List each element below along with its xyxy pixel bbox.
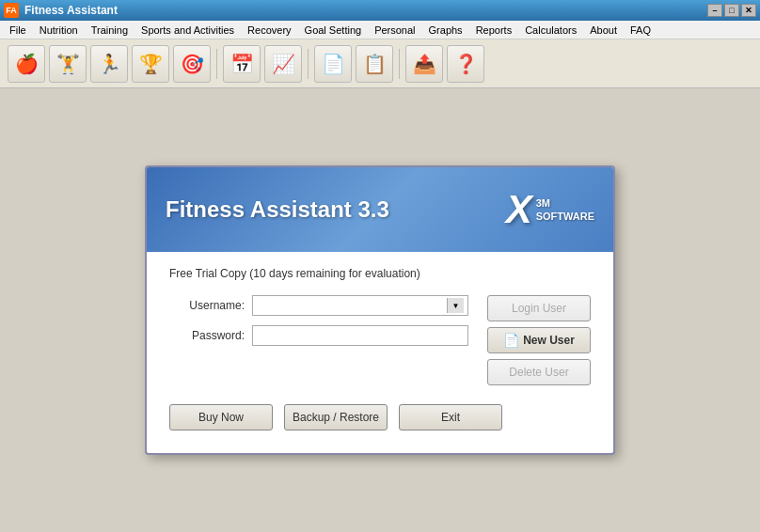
- logo-text: 3M SOFTWARE: [536, 196, 594, 224]
- delete-user-button[interactable]: Delete User: [487, 359, 591, 385]
- main-content: Fitness Assistant 3.3 X 3M SOFTWARE Free…: [0, 88, 760, 532]
- menu-item-reports[interactable]: Reports: [470, 23, 518, 38]
- menu-item-file[interactable]: File: [4, 23, 32, 38]
- toolbar: 🍎 🏋 🏃 🏆 🎯 📅 📈 📄 📋 📤 ❓: [0, 39, 760, 88]
- menu-item-recovery[interactable]: Recovery: [242, 23, 296, 38]
- new-user-icon: 📄: [503, 333, 519, 348]
- maximize-button[interactable]: □: [724, 4, 739, 17]
- action-buttons: Login User 📄 New User Delete User: [487, 295, 591, 385]
- window-title: Fitness Assistant: [24, 4, 707, 17]
- export-toolbar-btn[interactable]: 📤: [405, 45, 443, 83]
- dialog-title: Fitness Assistant 3.3: [166, 196, 389, 223]
- workout-toolbar-btn[interactable]: 🏋: [49, 45, 87, 83]
- activities-toolbar-btn[interactable]: 🏃: [90, 45, 128, 83]
- password-row: Password:: [169, 325, 468, 346]
- calendar-toolbar-btn[interactable]: 📅: [223, 45, 261, 83]
- menu-bar: FileNutritionTrainingSports and Activiti…: [0, 21, 760, 39]
- menu-item-about[interactable]: About: [584, 23, 623, 38]
- new-user-button[interactable]: 📄 New User: [487, 327, 591, 353]
- toolbar-separator-2: [308, 49, 309, 79]
- graph-toolbar-btn[interactable]: 📈: [264, 45, 302, 83]
- menu-item-calculators[interactable]: Calculators: [519, 23, 582, 38]
- combo-arrow[interactable]: ▼: [447, 298, 464, 313]
- username-row: Username: ▼: [169, 295, 468, 316]
- buy-now-button[interactable]: Buy Now: [169, 404, 273, 430]
- minimize-button[interactable]: –: [707, 4, 722, 17]
- menu-item-nutrition[interactable]: Nutrition: [34, 23, 84, 38]
- logo-line2: SOFTWARE: [536, 210, 594, 223]
- report-toolbar-btn[interactable]: 📄: [314, 45, 352, 83]
- backup-restore-button[interactable]: Backup / Restore: [284, 404, 388, 430]
- toolbar-separator-3: [399, 49, 400, 79]
- toolbar-separator-1: [216, 49, 217, 79]
- menu-item-training[interactable]: Training: [86, 23, 134, 38]
- trophy-toolbar-btn[interactable]: 🏆: [132, 45, 169, 83]
- title-bar: FA Fitness Assistant – □ ✕: [0, 0, 760, 21]
- logo-line1: 3M: [536, 196, 594, 210]
- login-user-button[interactable]: Login User: [487, 295, 591, 321]
- logo-x-letter: X: [506, 190, 532, 229]
- close-button[interactable]: ✕: [741, 4, 756, 17]
- menu-item-personal[interactable]: Personal: [369, 23, 420, 38]
- nutrition-toolbar-btn[interactable]: 🍎: [8, 45, 45, 83]
- username-combo[interactable]: ▼: [252, 295, 468, 316]
- goal-toolbar-btn[interactable]: 🎯: [173, 45, 211, 83]
- password-label: Password:: [169, 329, 245, 342]
- report2-toolbar-btn[interactable]: 📋: [356, 45, 393, 83]
- form-section: Username: ▼ Password:: [169, 295, 468, 385]
- exit-button[interactable]: Exit: [399, 404, 502, 430]
- menu-item-faq[interactable]: FAQ: [625, 23, 657, 38]
- new-user-label: New User: [523, 334, 575, 347]
- dialog-body: Free Trial Copy (10 days remaining for e…: [147, 252, 613, 453]
- menu-item-sports-and-activities[interactable]: Sports and Activities: [135, 23, 240, 38]
- form-and-buttons: Username: ▼ Password: Login User: [169, 295, 591, 385]
- password-input[interactable]: [252, 325, 468, 346]
- app-icon: FA: [4, 3, 19, 18]
- username-input[interactable]: [257, 299, 447, 312]
- menu-item-graphs[interactable]: Graphs: [423, 23, 468, 38]
- menu-item-goal-setting[interactable]: Goal Setting: [299, 23, 368, 38]
- bottom-buttons: Buy Now Backup / Restore Exit: [169, 404, 591, 430]
- window-controls: – □ ✕: [707, 4, 756, 17]
- username-label: Username:: [169, 299, 245, 312]
- help-toolbar-btn[interactable]: ❓: [447, 45, 484, 83]
- login-dialog: Fitness Assistant 3.3 X 3M SOFTWARE Free…: [145, 165, 615, 455]
- dialog-logo: X 3M SOFTWARE: [506, 190, 594, 229]
- trial-notice: Free Trial Copy (10 days remaining for e…: [169, 267, 591, 280]
- dialog-header: Fitness Assistant 3.3 X 3M SOFTWARE: [147, 167, 613, 252]
